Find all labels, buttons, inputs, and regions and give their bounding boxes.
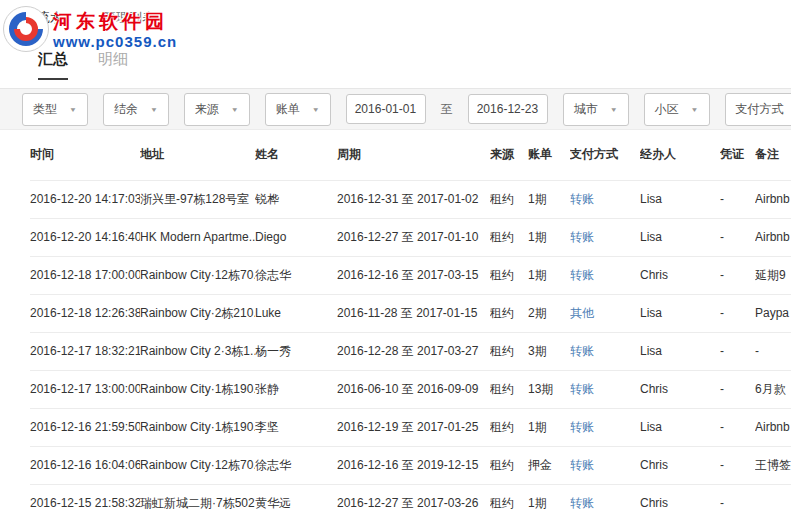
transactions-table: 时间地址姓名周期来源账单支付方式经办人凭证备注 2016-12-20 14:17…: [0, 130, 791, 521]
filter-city-dropdown[interactable]: 城市 ▼: [563, 93, 629, 126]
cell-payment: 转账: [570, 370, 640, 408]
date-from-input[interactable]: 2016-01-01: [346, 94, 426, 124]
cell-time: 2016-12-16 16:04:06: [30, 446, 140, 484]
cell-name: 张静: [255, 370, 337, 408]
cell-remark: Airbnb: [755, 180, 791, 218]
cell-agent: Chris: [640, 256, 720, 294]
cell-period: 2016-12-31 至 2017-01-02: [337, 180, 490, 218]
cell-bill: 1期: [528, 218, 570, 256]
chevron-down-icon: ▼: [610, 105, 618, 112]
cell-voucher: -: [720, 294, 755, 332]
cell-agent: Lisa: [640, 408, 720, 446]
cell-time: 2016-12-15 21:58:32: [30, 484, 140, 521]
chevron-down-icon: ▼: [231, 105, 239, 112]
cell-source: 租约: [490, 180, 528, 218]
filter-type-label: 类型: [33, 101, 57, 118]
table-row[interactable]: 2016-12-20 14:17:03浙兴里-97栋128号室锐桦2016-12…: [30, 180, 791, 218]
cell-bill: 1期: [528, 408, 570, 446]
cell-bill: 1期: [528, 180, 570, 218]
table-row[interactable]: 2016-12-17 13:00:00Rainbow City·1栋190...…: [30, 370, 791, 408]
cell-payment: 转账: [570, 332, 640, 370]
filter-city-label: 城市: [574, 101, 598, 118]
sub-tabs: 汇总 明细: [0, 28, 791, 88]
filter-bill-dropdown[interactable]: 账单 ▼: [265, 93, 331, 126]
cell-bill: 1期: [528, 256, 570, 294]
table-row[interactable]: 2016-12-18 12:26:38Rainbow City·2栋210...…: [30, 294, 791, 332]
table-row[interactable]: 2016-12-15 21:58:32瑞虹新城二期·7栋502...黄华远201…: [30, 484, 791, 521]
cell-source: 租约: [490, 370, 528, 408]
filter-source-dropdown[interactable]: 来源 ▼: [184, 93, 250, 126]
cell-remark: [755, 484, 791, 521]
cell-agent: Lisa: [640, 218, 720, 256]
cell-period: 2016-12-19 至 2017-01-25: [337, 408, 490, 446]
cell-voucher: -: [720, 370, 755, 408]
cell-voucher: -: [720, 332, 755, 370]
cell-agent: Chris: [640, 484, 720, 521]
cell-source: 租约: [490, 256, 528, 294]
cell-time: 2016-12-17 18:32:21: [30, 332, 140, 370]
filter-payment-method-dropdown[interactable]: 支付方式 ▼: [725, 93, 791, 126]
cell-time: 2016-12-18 12:26:38: [30, 294, 140, 332]
cell-address: Rainbow City·12栋70...: [140, 446, 255, 484]
cell-bill: 1期: [528, 484, 570, 521]
cell-payment: 转账: [570, 256, 640, 294]
cell-agent: Chris: [640, 446, 720, 484]
cell-remark: -: [755, 332, 791, 370]
cell-name: 李坚: [255, 408, 337, 446]
chevron-down-icon: ▼: [691, 105, 699, 112]
cell-bill: 13期: [528, 370, 570, 408]
cell-address: 浙兴里-97栋128号室: [140, 180, 255, 218]
cell-bill: 3期: [528, 332, 570, 370]
cell-voucher: -: [720, 218, 755, 256]
cell-source: 租约: [490, 484, 528, 521]
cell-payment: 转账: [570, 446, 640, 484]
date-to-input[interactable]: 2016-12-23: [468, 94, 548, 124]
table-body: 2016-12-20 14:17:03浙兴里-97栋128号室锐桦2016-12…: [30, 180, 791, 521]
chevron-down-icon: ▼: [312, 105, 320, 112]
cell-period: 2016-12-16 至 2017-03-15: [337, 256, 490, 294]
cell-bill: 2期: [528, 294, 570, 332]
filter-balance-dropdown[interactable]: 结余 ▼: [103, 93, 169, 126]
cell-remark: Airbnb: [755, 218, 791, 256]
cell-remark: 6月款: [755, 370, 791, 408]
table-row[interactable]: 2016-12-20 14:16:40HK Modern Apartme...D…: [30, 218, 791, 256]
filter-type-dropdown[interactable]: 类型 ▼: [22, 93, 88, 126]
cell-voucher: -: [720, 408, 755, 446]
cell-payment: 转账: [570, 408, 640, 446]
chevron-down-icon: ▼: [69, 105, 77, 112]
tab-detail[interactable]: 明细: [98, 50, 128, 78]
date-range-separator: 至: [441, 101, 453, 118]
nav-tab-management-list[interactable]: 管理列表: [103, 9, 155, 27]
cell-voucher: -: [720, 484, 755, 521]
cell-agent: Lisa: [640, 332, 720, 370]
filter-community-dropdown[interactable]: 小区 ▼: [644, 93, 710, 126]
cell-payment: 转账: [570, 218, 640, 256]
table-row[interactable]: 2016-12-16 21:59:50Rainbow City·1栋190...…: [30, 408, 791, 446]
column-header: 支付方式: [570, 130, 640, 180]
table-row[interactable]: 2016-12-16 16:04:06Rainbow City·12栋70...…: [30, 446, 791, 484]
table-row[interactable]: 2016-12-18 17:00:00Rainbow City·12栋70...…: [30, 256, 791, 294]
cell-name: Diego: [255, 218, 337, 256]
cell-voucher: -: [720, 256, 755, 294]
nav-tab-flows[interactable]: 流水: [37, 9, 63, 27]
cell-payment: 其他: [570, 294, 640, 332]
chevron-down-icon: ▼: [150, 105, 158, 112]
tab-summary[interactable]: 汇总: [38, 50, 68, 80]
cell-source: 租约: [490, 332, 528, 370]
app-logo-icon: [14, 11, 27, 25]
column-header: 备注: [755, 130, 791, 180]
filter-community-label: 小区: [655, 101, 679, 118]
cell-name: 锐桦: [255, 180, 337, 218]
cell-address: HK Modern Apartme...: [140, 218, 255, 256]
cell-name: 杨一秀: [255, 332, 337, 370]
column-header: 地址: [140, 130, 255, 180]
column-header: 时间: [30, 130, 140, 180]
filter-payment-method-label: 支付方式: [736, 101, 784, 118]
cell-period: 2016-12-28 至 2017-03-27: [337, 332, 490, 370]
cell-period: 2016-12-27 至 2017-03-26: [337, 484, 490, 521]
column-header: 姓名: [255, 130, 337, 180]
cell-period: 2016-11-28 至 2017-01-15: [337, 294, 490, 332]
table-row[interactable]: 2016-12-17 18:32:21Rainbow City 2·3栋1...…: [30, 332, 791, 370]
cell-period: 2016-06-10 至 2016-09-09: [337, 370, 490, 408]
cell-address: Rainbow City·2栋210...: [140, 294, 255, 332]
